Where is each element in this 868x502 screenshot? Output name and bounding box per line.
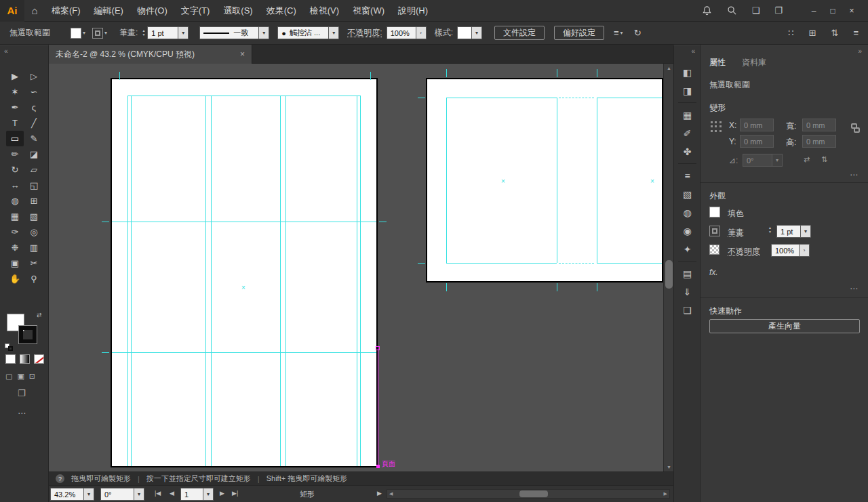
perspective-grid-tool[interactable]: ⊞ (25, 193, 43, 209)
rotate-tool[interactable]: ↻ (6, 162, 24, 177)
stroke-weight-caret[interactable]: ▾ (178, 26, 189, 39)
layers-icon[interactable]: ▤ (674, 264, 701, 283)
color-guide-icon[interactable]: ◨ (674, 81, 701, 100)
gradient-icon[interactable]: ▧ (674, 185, 701, 203)
sync-settings-icon[interactable]: ⇅ (831, 28, 839, 38)
artboard-number-caret[interactable]: ▾ (203, 488, 214, 501)
next-artboard-icon[interactable]: ▶ (220, 490, 224, 497)
graphic-styles-icon[interactable]: ✦ (674, 240, 701, 258)
swap-fill-stroke-icon[interactable]: ⇄ (37, 312, 42, 318)
opacity-expand[interactable]: › (800, 244, 810, 257)
opacity-label[interactable]: 不透明度: (347, 27, 382, 39)
stepper-down-icon[interactable]: ▼ (142, 33, 145, 37)
brush-caret[interactable]: ▾ (329, 26, 339, 39)
zoom-caret[interactable]: ▾ (84, 488, 94, 501)
symbols-icon[interactable]: ✤ (674, 142, 701, 161)
menu-edit[interactable]: 編輯(E) (87, 0, 130, 22)
menu-effect[interactable]: 效果(C) (260, 0, 303, 22)
stroke-weight-caret[interactable]: ▾ (801, 225, 811, 238)
type-tool[interactable]: T (6, 115, 24, 131)
constrain-proportions-icon[interactable] (851, 123, 861, 137)
fill-color-swatch[interactable] (71, 28, 81, 39)
menu-file[interactable]: 檔案(F) (45, 0, 87, 22)
stroke-weight-stepper[interactable]: ▲▼ (768, 226, 772, 234)
line-segment-tool[interactable]: ╱ (25, 115, 43, 131)
hand-tool[interactable]: ✋ (6, 271, 24, 287)
align-options-icon[interactable]: ≡ (614, 28, 619, 38)
vertical-scrollbar-thumb[interactable] (665, 260, 673, 289)
opacity-input[interactable]: 100% (771, 244, 800, 257)
workspace-layout-icon[interactable]: ❏ (752, 5, 760, 16)
tab-libraries[interactable]: 資料庫 (742, 57, 766, 68)
maximize-button[interactable]: □ (823, 0, 842, 22)
align-caret-icon[interactable]: ▾ (620, 30, 623, 36)
blend-tool[interactable]: ◎ (25, 224, 43, 240)
document-tab[interactable]: 未命名-2 @ 43.2 % (CMYK/CPU 預視) × (49, 45, 252, 64)
draw-normal-icon[interactable]: ▢ (5, 372, 12, 381)
curvature-tool[interactable]: ς (25, 100, 43, 115)
panel-switch-icon[interactable]: ❐ (774, 5, 783, 16)
pencil-tool[interactable]: ✏ (6, 146, 24, 162)
opacity-expand[interactable]: › (416, 26, 427, 39)
tab-close-icon[interactable]: × (240, 49, 245, 59)
opacity-swatch[interactable] (709, 245, 719, 255)
opacity-input[interactable]: 100% (387, 26, 416, 39)
brush-dropdown[interactable]: ●觸控沾 ... (277, 26, 329, 39)
fx-label[interactable]: fx. (709, 268, 718, 277)
fill-caret-icon[interactable]: ▾ (83, 30, 85, 36)
menu-window[interactable]: 視窗(W) (346, 0, 391, 22)
width-tool[interactable]: ↔ (6, 177, 24, 193)
toolbar-collapse-icon[interactable]: « (4, 47, 8, 55)
direct-selection-tool[interactable]: ▷ (25, 68, 43, 84)
color-button[interactable] (5, 354, 16, 364)
pen-tool[interactable]: ✒ (6, 100, 24, 115)
rotation-input[interactable]: 0° (100, 488, 134, 501)
document-setup-button[interactable]: 文件設定 (494, 26, 545, 40)
rotate-angle-caret[interactable]: ▾ (772, 154, 783, 167)
last-artboard-icon[interactable]: ▶| (232, 490, 238, 497)
scroll-right-icon[interactable]: ▶ (664, 491, 667, 497)
lasso-tool[interactable]: ∽ (25, 84, 43, 100)
stroke-swatch[interactable] (709, 226, 720, 236)
vertical-scrollbar[interactable]: ▲ ▼ (663, 64, 673, 472)
search-icon[interactable] (727, 5, 737, 16)
brushes-icon[interactable]: ✐ (674, 124, 701, 142)
zoom-tool[interactable]: ⚲ (25, 271, 43, 287)
zoom-level-input[interactable]: 43.2% (50, 488, 84, 501)
gradient-tool[interactable]: ▧ (25, 209, 43, 224)
draw-behind-icon[interactable]: ▣ (17, 372, 24, 381)
status-expand-icon[interactable]: ▶ (377, 490, 382, 497)
gradient-button[interactable] (20, 354, 30, 364)
artboard-tool[interactable]: ▣ (6, 255, 24, 271)
none-button[interactable] (34, 354, 44, 364)
minimize-button[interactable]: – (804, 0, 823, 22)
style-caret[interactable]: ▾ (472, 26, 482, 39)
fill-swatch[interactable] (709, 207, 720, 217)
height-input[interactable]: 0 mm (802, 135, 836, 148)
symbol-sprayer-tool[interactable]: ❉ (6, 240, 24, 255)
menu-type[interactable]: 文字(T) (174, 0, 217, 22)
stroke-weight-input[interactable]: 1 pt (776, 225, 801, 238)
scroll-up-icon[interactable]: ▲ (664, 66, 673, 70)
artboards-icon[interactable]: ❏ (674, 301, 701, 319)
canvas[interactable]: × × × 頁面 (49, 64, 673, 472)
width-input[interactable]: 0 mm (802, 119, 836, 131)
default-fill-stroke-icon[interactable] (5, 343, 14, 352)
tab-properties[interactable]: 屬性 (709, 57, 726, 68)
swatches-icon[interactable]: ▦ (674, 106, 701, 124)
flip-horizontal-icon[interactable]: ⇄ (804, 155, 810, 164)
menu-select[interactable]: 選取(S) (216, 0, 259, 22)
control-panel-menu-icon[interactable]: ≡ (853, 28, 859, 38)
dock-panels-icon[interactable]: ⊞ (809, 28, 816, 38)
stroke-profile-dropdown[interactable]: 一致 (199, 26, 259, 39)
stroke-icon[interactable]: ≡ (674, 167, 701, 185)
transparency-icon[interactable]: ◍ (674, 203, 701, 222)
screen-mode-icon[interactable]: ❐ (18, 388, 26, 398)
previous-artboard-icon[interactable]: ◀ (170, 490, 174, 497)
stroke-caret-icon[interactable]: ▾ (104, 30, 107, 36)
slice-tool[interactable]: ✂ (25, 255, 43, 271)
menu-help[interactable]: 說明(H) (391, 0, 435, 22)
dock-collapse-icon[interactable]: « (691, 47, 695, 55)
close-button[interactable]: × (842, 0, 861, 22)
x-input[interactable]: 0 mm (740, 119, 774, 131)
